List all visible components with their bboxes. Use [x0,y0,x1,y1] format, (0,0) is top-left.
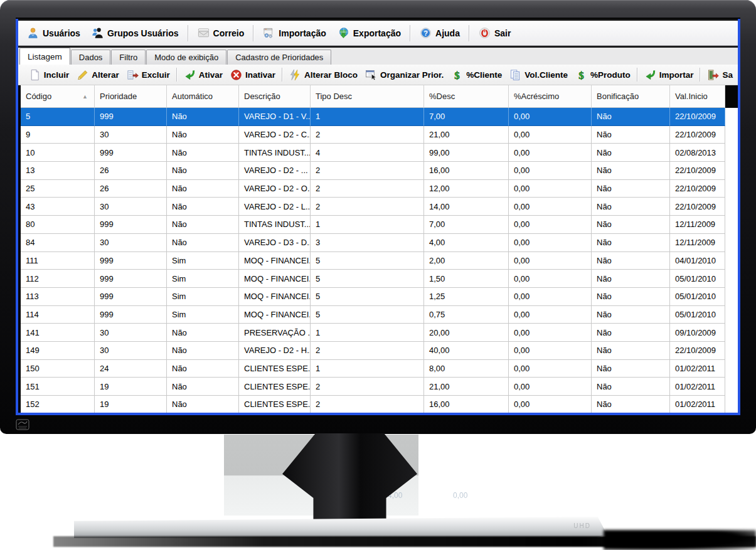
action-importar[interactable]: Importar [641,67,698,83]
toolbar-item-exportacao[interactable]: Exportação [333,24,406,41]
toolbar-separator [253,25,254,41]
table-row[interactable]: 10999NãoTINTAS INDUST...499,000,00Não02/… [21,144,738,162]
toolbar-item-usuarios[interactable]: Usuários [22,24,85,41]
table-cell: 7,00 [424,216,509,234]
table-cell: VAREJO - D3 - D... [239,234,311,252]
table-row[interactable]: 113999SimMOQ - FINANCEI...51,250,00Não05… [21,288,738,306]
action-pct-cliente[interactable]: $ %Cliente [447,67,506,83]
table-row[interactable]: 2526NãoVAREJO - D2 - O...212,000,00Não22… [21,180,738,198]
table-cell: 10 [21,144,95,162]
toolbar-item-label: Sair [494,28,511,38]
toolbar-item-label: Correio [213,28,245,38]
table-row[interactable]: 114999SimMOQ - FINANCEI...50,750,00Não05… [21,306,738,324]
table-cell: VAREJO - D2 - H... [239,342,311,360]
actions-toolbar: Incluir Alterar Excluir [18,65,738,85]
table-row[interactable]: 112999SimMOQ - FINANCEI...51,500,00Não05… [21,270,738,288]
table-cell: 22/10/2009 [670,342,725,360]
action-excluir[interactable]: Excluir [123,67,174,83]
svg-text:?: ? [423,29,428,37]
table-row[interactable]: 15119NãoCLIENTES ESPE...221,000,00Não01/… [21,378,738,396]
table-cell: 2 [311,180,424,198]
table-cell: Não [592,306,670,324]
action-alterar[interactable]: Alterar [73,67,123,83]
table-cell: Não [167,180,239,198]
column-header-tipo-desc[interactable]: Tipo Desc [311,85,424,108]
action-vol-cliente[interactable]: Vol.Cliente [506,67,572,83]
toolbar-item-grupos-usuarios[interactable]: Grupos Usuários [87,24,184,41]
tab-filtro[interactable]: Filtro [111,50,146,65]
table-row[interactable]: 4330NãoVAREJO - D2 - L...214,000,00Não22… [21,198,738,216]
action-pct-produto[interactable]: $ %Produto [572,67,634,83]
table-row[interactable]: 15219NãoCLIENTES ESPE...216,000,00Não01/… [21,396,738,414]
table-row[interactable]: 14130NãoPRESERVAÇÃO ...120,000,00Não09/1… [21,324,738,342]
table-row[interactable]: 15024NãoCLIENTES ESPE...18,000,00Não01/0… [21,360,738,378]
table-cell: Não [167,126,239,144]
tab-label: Listagem [28,52,62,61]
table-cell: 84 [21,234,95,252]
table-cell: 2 [311,162,424,180]
table-cell: 13 [21,162,95,180]
action-label: Incluir [44,70,70,80]
delete-row-icon [127,69,139,81]
action-sair[interactable]: Sa [703,67,737,83]
column-header-prioridade[interactable]: Prioridade [95,85,167,108]
table-cell: 4,00 [424,234,509,252]
column-header-codigo[interactable]: Código ▲ [21,85,95,108]
column-header-label: Val.Inicio [675,92,708,101]
column-header-val-inicio[interactable]: Val.Inicio [670,85,725,108]
new-document-icon [29,69,41,81]
table-cell: 80 [21,216,95,234]
table-cell: 4 [311,144,424,162]
table-cell: 1,25 [424,288,509,306]
table-cell: 30 [95,234,167,252]
red-cross-icon [230,69,242,81]
table-row[interactable]: 1326NãoVAREJO - D2 - ...216,000,00Não22/… [21,162,738,180]
table-cell: 25 [21,180,95,198]
toolbar-item-correio[interactable]: Correio [193,24,250,41]
toolbar-item-ajuda[interactable]: ? Ajuda [415,24,465,41]
lightning-icon [289,69,301,81]
action-ativar[interactable]: Ativar [180,67,226,83]
table-cell: VAREJO - D2 - L... [239,198,311,216]
action-alterar-bloco[interactable]: Alterar Bloco [285,67,361,83]
table-cell: PRESERVAÇÃO ... [239,324,311,342]
table-cell: Não [592,216,670,234]
action-inativar[interactable]: Inativar [226,67,279,83]
table-row[interactable]: 14930NãoVAREJO - D2 - H...240,000,00Não2… [21,342,738,360]
toolbar-item-sair[interactable]: Sair [474,24,516,41]
table-row[interactable]: 111999SimMOQ - FINANCEI...52,000,00Não04… [21,252,738,270]
tab-listagem[interactable]: Listagem [19,48,70,65]
column-header-automatico[interactable]: Automático [167,85,239,108]
action-incluir[interactable]: Incluir [25,67,73,83]
column-header-descricao[interactable]: Descrição [239,85,311,108]
table-cell: Não [167,162,239,180]
table-row[interactable]: 5999NãoVAREJO - D1 - V...17,000,00Não22/… [21,108,738,126]
table-cell: 0,00 [509,180,592,198]
table-row[interactable]: 930NãoVAREJO - D2 - C...221,000,00Não22/… [21,126,738,144]
action-organizar-prior[interactable]: Organizar Prior. [361,67,447,83]
tab-modo-de-exibicao[interactable]: Modo de exibição [146,50,226,65]
toolbar-separator [282,68,283,82]
column-header-bonificacao[interactable]: Bonificação [592,85,670,108]
table-row[interactable]: 80999NãoTINTAS INDUST...17,000,00Não12/1… [21,216,738,234]
tab-dados[interactable]: Dados [71,50,111,65]
table-cell: CLIENTES ESPE... [239,378,311,396]
table-cell: 2 [311,198,424,216]
table-cell: 30 [95,342,167,360]
tab-cadastro-de-prioridades[interactable]: Cadastro de Prioridades [227,50,331,65]
table-cell: 9 [21,126,95,144]
dollar-icon: $ [575,69,587,81]
toolbar-item-importacao[interactable]: Importação [258,24,331,41]
table-cell: 22/10/2009 [670,126,725,144]
table-cell: Não [592,198,670,216]
column-header-pct-desc[interactable]: %Desc [424,85,509,108]
column-header-pct-acrescimo[interactable]: %Acréscimo [509,85,592,108]
table-cell: 0,00 [509,108,592,126]
table-cell: 0,00 [509,252,592,270]
table-row[interactable]: 8430NãoVAREJO - D3 - D...34,000,00Não12/… [21,234,738,252]
table-cell: Não [167,108,239,126]
column-header-label: Bonificação [597,92,639,101]
toolbar-grip[interactable] [21,68,22,82]
table-cell: Não [167,396,239,414]
action-label: Excluir [142,70,170,80]
